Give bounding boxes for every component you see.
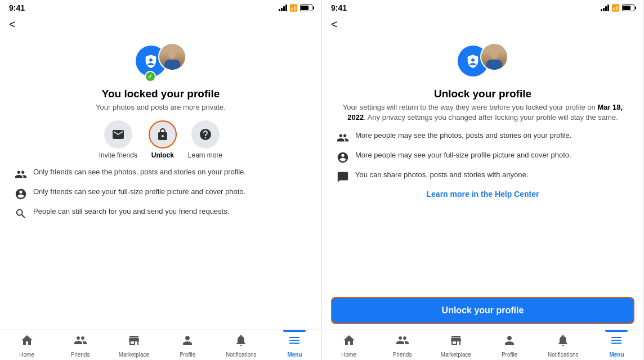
feature-more-people-photo: More people may see your full-size profi… bbox=[336, 150, 629, 164]
nav-menu-label-left: Menu bbox=[287, 352, 302, 358]
right-subtitle: Your settings will return to the way the… bbox=[333, 102, 632, 123]
status-bar-left: 9:41 📶 bbox=[0, 0, 321, 15]
nav-menu-left[interactable]: Menu bbox=[268, 334, 321, 358]
time-left: 9:41 bbox=[9, 3, 25, 12]
unlock-profile-button[interactable]: Unlock your profile bbox=[331, 297, 634, 324]
nav-marketplace-label-left: Marketplace bbox=[119, 352, 149, 358]
right-phone-screen: 9:41 📶 < bbox=[322, 0, 644, 360]
friends-icon-right bbox=[396, 334, 409, 350]
avatar-group-left: ✓ bbox=[136, 43, 186, 82]
envelope-icon bbox=[111, 128, 125, 141]
back-button-left[interactable]: < bbox=[0, 15, 23, 34]
nav-menu-label-right: Menu bbox=[609, 352, 624, 358]
nav-marketplace-label-right: Marketplace bbox=[441, 352, 471, 358]
feature-text-1: Only friends can see the photos, posts a… bbox=[33, 167, 246, 177]
left-title: You locked your profile bbox=[102, 88, 220, 100]
status-icons-left: 📶 bbox=[279, 4, 312, 12]
feature-text-2: Only friends can see your full-size prof… bbox=[33, 187, 245, 197]
left-phone-screen: 9:41 📶 < bbox=[0, 0, 322, 360]
nav-profile-label-left: Profile bbox=[180, 352, 195, 358]
learn-more-button[interactable]: Learn more bbox=[188, 120, 222, 159]
marketplace-icon-right bbox=[449, 334, 463, 350]
signal-icon bbox=[279, 4, 287, 11]
avatar-group-right bbox=[458, 43, 508, 82]
unlock-icon-circle bbox=[149, 120, 177, 148]
notifications-icon-left bbox=[234, 334, 248, 350]
search-icon-1 bbox=[14, 207, 28, 220]
wifi-icon-right: 📶 bbox=[611, 4, 620, 12]
subtitle-part2: . Any privacy settings you changed after… bbox=[364, 113, 618, 122]
signal-icon-right bbox=[601, 4, 609, 11]
nav-friends-label-left: Friends bbox=[71, 352, 90, 358]
shield-svg-right bbox=[465, 53, 481, 69]
nav-profile-left[interactable]: Profile bbox=[161, 334, 214, 358]
feature-search: People can still search for you and send… bbox=[14, 206, 307, 220]
nav-marketplace-right[interactable]: Marketplace bbox=[429, 334, 482, 358]
menu-icon-left bbox=[288, 334, 301, 350]
feature-profile-photo: Only friends can see your full-size prof… bbox=[14, 187, 307, 201]
feature-text-r1: More people may see the photos, posts an… bbox=[355, 130, 571, 141]
unlock-button[interactable]: Unlock bbox=[149, 120, 177, 159]
nav-marketplace-left[interactable]: Marketplace bbox=[107, 334, 160, 358]
nav-profile-label-right: Profile bbox=[502, 352, 517, 358]
status-icons-right: 📶 bbox=[601, 4, 634, 12]
right-title: Unlock your profile bbox=[434, 88, 531, 100]
nav-notifications-left[interactable]: Notifications bbox=[214, 334, 268, 358]
nav-friends-label-right: Friends bbox=[393, 352, 412, 358]
nav-notifications-right[interactable]: Notifications bbox=[536, 334, 590, 358]
feature-text-r2: More people may see your full-size profi… bbox=[355, 150, 571, 160]
friends-icon-left bbox=[74, 334, 87, 350]
profile-icon-left bbox=[181, 334, 194, 350]
nav-notifications-label-left: Notifications bbox=[226, 352, 256, 358]
invite-label: Invite friends bbox=[99, 151, 137, 159]
marketplace-icon-left bbox=[127, 334, 141, 350]
help-center-link[interactable]: Learn more in the Help Center bbox=[427, 190, 539, 199]
nav-friends-left[interactable]: Friends bbox=[53, 334, 107, 358]
feature-text-3: People can still search for you and send… bbox=[33, 206, 229, 217]
action-row: Invite friends Unlock Learn more bbox=[11, 120, 310, 159]
nav-menu-right[interactable]: Menu bbox=[590, 334, 643, 358]
feature-more-people-posts: More people may see the photos, posts an… bbox=[336, 130, 629, 145]
feature-text-r3: You can share photos, posts and stories … bbox=[355, 170, 528, 180]
back-button-right[interactable]: < bbox=[322, 15, 345, 34]
left-content: ✓ You locked your profile Your photos an… bbox=[0, 34, 321, 330]
people-icon-1 bbox=[14, 168, 28, 181]
bottom-nav-left: Home Friends Marketplace Profile Notific… bbox=[0, 330, 321, 360]
status-bar-right: 9:41 📶 bbox=[322, 0, 643, 15]
people-icon-2 bbox=[336, 131, 350, 145]
nav-active-indicator bbox=[283, 330, 306, 332]
speech-icon bbox=[336, 170, 350, 184]
shield-svg bbox=[143, 53, 159, 69]
home-icon-left bbox=[20, 334, 34, 350]
person-circle-icon-1 bbox=[14, 187, 28, 201]
feature-list-left: Only friends can see the photos, posts a… bbox=[11, 167, 310, 220]
check-badge: ✓ bbox=[145, 71, 156, 82]
invite-friends-button[interactable]: Invite friends bbox=[99, 120, 137, 159]
battery-icon bbox=[300, 4, 312, 11]
nav-home-right[interactable]: Home bbox=[322, 334, 375, 358]
learn-label: Learn more bbox=[188, 151, 222, 159]
left-subtitle: Your photos and posts are more private. bbox=[90, 102, 231, 112]
unlock-label: Unlock bbox=[151, 151, 174, 159]
profile-avatar-left bbox=[158, 43, 186, 71]
learn-icon-circle bbox=[191, 120, 220, 148]
nav-home-left[interactable]: Home bbox=[0, 334, 53, 358]
invite-icon-circle bbox=[104, 120, 132, 148]
question-icon bbox=[199, 128, 212, 141]
nav-home-label-left: Home bbox=[19, 352, 34, 358]
nav-home-label-right: Home bbox=[341, 352, 356, 358]
notifications-icon-right bbox=[556, 334, 570, 350]
lock-icon bbox=[156, 128, 169, 141]
home-icon-right bbox=[342, 334, 356, 350]
nav-friends-right[interactable]: Friends bbox=[375, 334, 429, 358]
subtitle-part1: Your settings will return to the way the… bbox=[343, 103, 598, 111]
nav-profile-right[interactable]: Profile bbox=[483, 334, 536, 358]
feature-share-anyone: You can share photos, posts and stories … bbox=[336, 170, 629, 184]
profile-avatar-right bbox=[480, 43, 508, 71]
feature-list-right: More people may see the photos, posts an… bbox=[333, 130, 632, 184]
menu-icon-right bbox=[610, 334, 623, 350]
wifi-icon: 📶 bbox=[289, 4, 298, 12]
nav-active-indicator-right bbox=[605, 330, 628, 332]
right-content: Unlock your profile Your settings will r… bbox=[322, 34, 643, 291]
person-circle-icon-2 bbox=[336, 151, 350, 164]
